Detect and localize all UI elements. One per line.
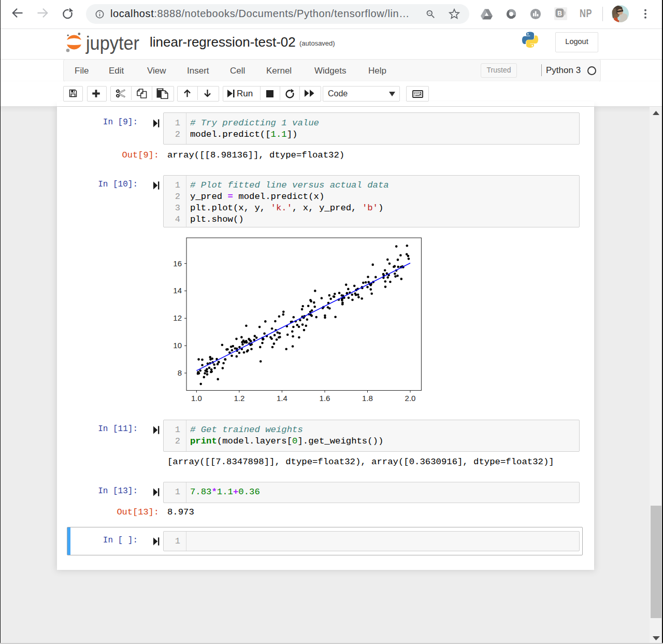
svg-text:jupyter: jupyter: [85, 33, 139, 54]
svg-text:12: 12: [173, 313, 182, 322]
svg-text:2.0: 2.0: [405, 394, 416, 403]
svg-text:1.8: 1.8: [362, 394, 373, 403]
svg-text:16: 16: [173, 259, 182, 268]
svg-text:1.2: 1.2: [234, 394, 244, 403]
svg-text:B: B: [557, 10, 562, 17]
svg-text:1.6: 1.6: [320, 394, 330, 403]
svg-text:10: 10: [173, 341, 182, 350]
svg-text:1.4: 1.4: [277, 394, 287, 403]
svg-text:14: 14: [173, 286, 182, 295]
svg-text:8: 8: [178, 368, 182, 377]
svg-text:1.0: 1.0: [191, 394, 202, 403]
